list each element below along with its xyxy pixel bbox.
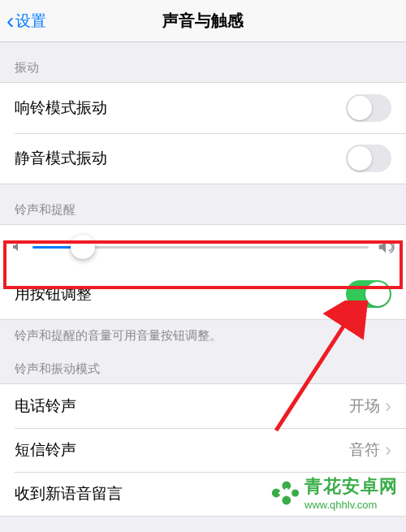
svg-point-2 [282, 495, 291, 504]
toggle-silent-mode-vibrate[interactable] [346, 145, 391, 172]
back-label: 设置 [15, 11, 46, 32]
watermark: 青花安卓网 www.qhhlv.com [270, 474, 398, 511]
watermark-url: www.qhhlv.com [304, 499, 398, 511]
section-header-vibration: 振动 [0, 42, 406, 82]
row-text-tone[interactable]: 短信铃声 音符 › [0, 428, 406, 472]
label: 收到新语音留言 [15, 483, 123, 504]
back-button[interactable]: ‹ 设置 [0, 10, 46, 32]
label: 响铃模式振动 [15, 97, 107, 119]
label: 用按钮调整 [15, 283, 92, 305]
row-ring-mode-vibrate[interactable]: 响铃模式振动 [0, 82, 406, 133]
row-change-with-buttons[interactable]: 用按钮调整 [0, 269, 406, 320]
row-silent-mode-vibrate[interactable]: 静音模式振动 [0, 133, 406, 184]
toggle-ring-mode-vibrate[interactable] [346, 94, 391, 122]
value: 开场 [349, 396, 380, 417]
svg-point-4 [279, 491, 282, 495]
speaker-low-icon [11, 240, 24, 253]
label: 短信铃声 [15, 439, 76, 461]
svg-point-5 [285, 487, 288, 491]
section-footer-ringer: 铃声和提醒的音量可用音量按钮调整。 [0, 320, 406, 344]
chevron-left-icon: ‹ [6, 10, 14, 32]
watermark-brand: 青花安卓网 [304, 474, 398, 499]
volume-slider[interactable] [32, 246, 369, 249]
nav-header: ‹ 设置 声音与触感 [0, 0, 406, 42]
page-title: 声音与触感 [0, 10, 406, 32]
row-ringtone[interactable]: 电话铃声 开场 › [0, 383, 406, 428]
chevron-right-icon: › [385, 440, 391, 460]
value: 音符 [349, 439, 380, 461]
section-header-sounds: 铃声和振动模式 [0, 344, 406, 383]
speaker-high-icon [377, 238, 395, 256]
label: 电话铃声 [15, 396, 76, 417]
chevron-right-icon: › [385, 396, 391, 416]
section-header-ringer: 铃声和提醒 [0, 184, 406, 224]
toggle-change-with-buttons[interactable] [346, 280, 391, 308]
svg-point-3 [292, 489, 299, 496]
label: 静音模式振动 [15, 148, 107, 169]
watermark-logo-icon [270, 478, 300, 508]
row-volume-slider [0, 224, 406, 269]
